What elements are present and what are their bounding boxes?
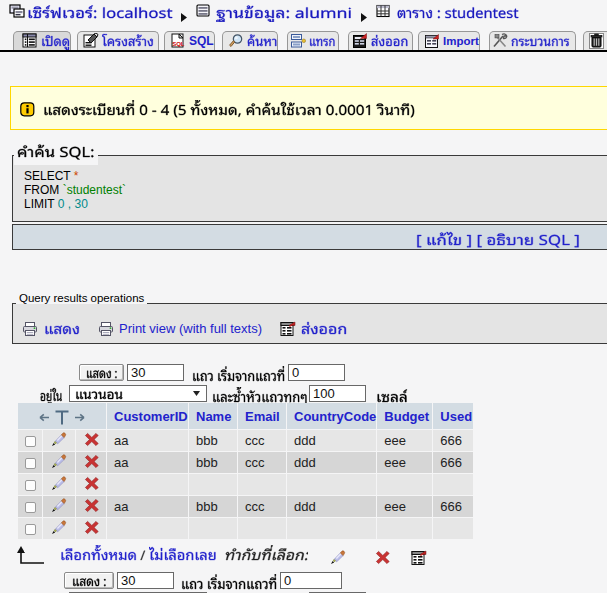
svg-text:SQL: SQL <box>172 41 185 47</box>
